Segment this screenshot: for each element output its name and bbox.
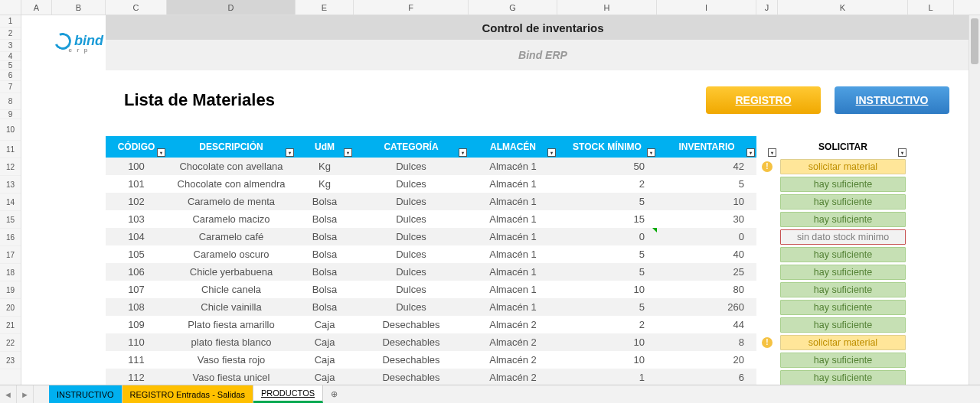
cell-categoria[interactable]: Desechables <box>354 369 469 385</box>
cell-almacen[interactable]: Almacén 1 <box>469 228 557 245</box>
row-header-20[interactable]: 20 <box>0 299 21 317</box>
cell-almacen[interactable]: Almacén 1 <box>469 245 557 263</box>
th-inventario[interactable]: INVENTARIO▾ <box>657 136 756 158</box>
cell-almacen[interactable]: Almacén 1 <box>469 263 557 281</box>
row-header-15[interactable]: 15 <box>0 211 21 229</box>
row-header-3[interactable]: 3 <box>0 40 21 52</box>
col-header-C[interactable]: C <box>106 0 167 15</box>
col-header-D[interactable]: D <box>167 0 296 15</box>
row-header-6[interactable]: 6 <box>0 70 21 81</box>
table-row[interactable]: 103Caramelo macizoBolsaDulcesAlmacén 115… <box>21 210 980 228</box>
cell-inventario[interactable]: 30 <box>657 210 756 228</box>
cell-almacen[interactable]: Almacén 1 <box>469 175 557 193</box>
row-header-5[interactable]: 5 <box>0 61 21 70</box>
cell-almacen[interactable]: Almacén 1 <box>469 158 557 175</box>
cell-codigo[interactable]: 107 <box>106 281 167 298</box>
table-row[interactable]: 107Chicle canelaBolsaDulcesAlmacen 11080… <box>21 281 980 298</box>
table-row[interactable]: 111Vaso fiesta rojoCajaDesechablesAlmacé… <box>21 351 980 369</box>
row-header-19[interactable]: 19 <box>0 281 21 299</box>
cell-categoria[interactable]: Dulces <box>354 228 469 245</box>
filter-icon[interactable]: ▾ <box>547 148 556 157</box>
table-row[interactable]: 108Chicle vainillaBolsaDulcesAlmacén 152… <box>21 298 980 316</box>
cell-categoria[interactable]: Dulces <box>354 245 469 263</box>
cell-stockmin[interactable]: 5 <box>557 298 657 316</box>
cell-udm[interactable]: Bolsa <box>296 245 354 263</box>
instructivo-button[interactable]: INSTRUCTIVO <box>835 86 949 114</box>
filter-icon[interactable]: ▾ <box>286 148 294 157</box>
cell-categoria[interactable]: Dulces <box>354 193 469 210</box>
tab-scroll-right[interactable]: ► <box>17 385 34 403</box>
cell-categoria[interactable]: Desechables <box>354 316 469 333</box>
cell-descripcion[interactable]: Plato fiesta amarillo <box>167 316 296 333</box>
cell-solicitar[interactable]: solicitar material <box>778 158 908 175</box>
cell-inventario[interactable]: 42 <box>657 158 756 175</box>
cell-inventario[interactable]: 20 <box>657 351 756 369</box>
cell-udm[interactable]: Caja <box>296 333 354 351</box>
cell-codigo[interactable]: 110 <box>106 333 167 351</box>
filter-icon[interactable]: ▾ <box>157 148 165 157</box>
col-header-A[interactable]: A <box>21 0 52 15</box>
cell-stockmin[interactable]: 15 <box>557 210 657 228</box>
cell-udm[interactable]: Bolsa <box>296 228 354 245</box>
registro-button[interactable]: REGISTRO <box>706 86 821 114</box>
row-header-17[interactable]: 17 <box>0 246 21 264</box>
table-row[interactable]: 105Caramelo oscuroBolsaDulcesAlmacén 154… <box>21 245 980 263</box>
cell-descripcion[interactable]: Caramelo de menta <box>167 193 296 210</box>
cell-stockmin[interactable]: 10 <box>557 351 657 369</box>
cell-categoria[interactable]: Dulces <box>354 158 469 175</box>
cell-solicitar[interactable]: hay suficiente <box>778 245 908 263</box>
filter-icon[interactable]: ▾ <box>768 148 776 157</box>
cell-udm[interactable]: Bolsa <box>296 298 354 316</box>
cell-almacen[interactable]: Almacén 2 <box>469 316 557 333</box>
cell-stockmin[interactable]: 5 <box>557 193 657 210</box>
cell-inventario[interactable]: 80 <box>657 281 756 298</box>
cell-udm[interactable]: Bolsa <box>296 193 354 210</box>
th-solicitar[interactable]: SOLICITAR▾ <box>778 136 908 158</box>
cell-categoria[interactable]: Desechables <box>354 333 469 351</box>
cell-descripcion[interactable]: Chicle canela <box>167 281 296 298</box>
col-header-F[interactable]: F <box>354 0 469 15</box>
cell-categoria[interactable]: Dulces <box>354 281 469 298</box>
filter-icon[interactable]: ▾ <box>746 148 755 157</box>
row-header-23[interactable]: 23 <box>0 352 21 369</box>
table-row[interactable]: 102Caramelo de mentaBolsaDulcesAlmacén 1… <box>21 193 980 210</box>
cell-codigo[interactable]: 102 <box>106 193 167 210</box>
row-header-9[interactable]: 9 <box>0 110 21 119</box>
cell-descripcion[interactable]: Caramelo café <box>167 228 296 245</box>
cell-almacen[interactable]: Almacén 2 <box>469 369 557 385</box>
row-header-2[interactable]: 2 <box>0 28 21 40</box>
cell-almacen[interactable]: Almacén 1 <box>469 210 557 228</box>
th-descripcion[interactable]: DESCRIPCIÓN▾ <box>167 136 296 158</box>
cell-categoria[interactable]: Dulces <box>354 175 469 193</box>
cell-descripcion[interactable]: Chicle yerbabuena <box>167 263 296 281</box>
cell-udm[interactable]: Caja <box>296 369 354 385</box>
cell-stockmin[interactable]: 5 <box>557 245 657 263</box>
cell-codigo[interactable]: 103 <box>106 210 167 228</box>
th-stockmin[interactable]: STOCK MÍNIMO▾ <box>557 136 657 158</box>
cell[interactable] <box>21 15 52 70</box>
cell-solicitar[interactable]: hay suficiente <box>778 351 908 369</box>
cell-descripcion[interactable]: Chicle vainilla <box>167 298 296 316</box>
cell-descripcion[interactable]: Vaso fiesta unicel <box>167 369 296 385</box>
cell-stockmin[interactable]: 2 <box>557 175 657 193</box>
cell-inventario[interactable]: 8 <box>657 333 756 351</box>
row-header-18[interactable]: 18 <box>0 264 21 281</box>
cell-codigo[interactable]: 104 <box>106 228 167 245</box>
row-header-14[interactable]: 14 <box>0 193 21 211</box>
col-header-B[interactable]: B <box>52 0 106 15</box>
col-header-H[interactable]: H <box>557 0 657 15</box>
cell-solicitar[interactable]: hay suficiente <box>778 263 908 281</box>
th-categoria[interactable]: CATEGORÍA▾ <box>354 136 469 158</box>
cell-udm[interactable]: Bolsa <box>296 210 354 228</box>
table-row[interactable]: 112Vaso fiesta unicelCajaDesechablesAlma… <box>21 369 980 385</box>
cell-stockmin[interactable]: 50 <box>557 158 657 175</box>
cell-solicitar[interactable]: hay suficiente <box>778 316 908 333</box>
cell-solicitar[interactable]: hay suficiente <box>778 369 908 385</box>
row-header-1[interactable]: 1 <box>0 15 21 28</box>
col-header-I[interactable]: I <box>657 0 756 15</box>
cell-categoria[interactable]: Dulces <box>354 298 469 316</box>
cell-inventario[interactable]: 0 <box>657 228 756 245</box>
cell-solicitar[interactable]: hay suficiente <box>778 298 908 316</box>
cell-inventario[interactable]: 10 <box>657 193 756 210</box>
tab-scroll-left[interactable]: ◄ <box>0 385 17 403</box>
